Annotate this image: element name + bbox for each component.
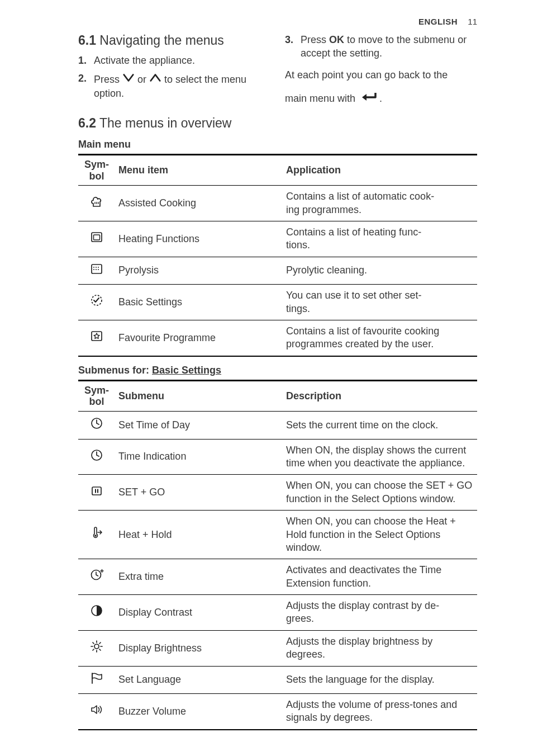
back-note-line1: At each point you can go back to the <box>285 68 477 82</box>
step-1: 1. Activate the appliance. <box>78 54 270 67</box>
step-number: 3. <box>285 33 295 46</box>
menu-item-cell: Favourite Programme <box>115 320 283 356</box>
description-cell: Adjusts the display brightness by degree… <box>283 630 477 666</box>
submenu-cell: Set Language <box>115 666 283 693</box>
step-text: Press OK to move to the submenu or accep… <box>301 33 477 60</box>
symbol-cell <box>78 694 115 730</box>
description-cell: When ON, you can choose the Heat + Hold … <box>283 511 477 559</box>
table-row: Assisted CookingContains a list of autom… <box>78 186 477 221</box>
symbol-cell <box>78 221 115 257</box>
speaker-icon <box>89 708 104 719</box>
submenu-cell: Extra time <box>115 559 283 595</box>
pause-box-icon <box>89 489 104 500</box>
submenu-cell: Buzzer Volume <box>115 694 283 730</box>
thermo-arrow-icon <box>89 531 104 542</box>
check-gear-icon <box>89 299 104 310</box>
table-row: PyrolysisPyrolytic cleaning. <box>78 257 477 284</box>
table-row: Basic SettingsYou can use it to set othe… <box>78 285 477 320</box>
back-note-line2: main menu with . <box>285 89 477 105</box>
step-3: 3. Press OK to move to the submenu or ac… <box>285 33 477 60</box>
table-row: Set LanguageSets the language for the di… <box>78 666 477 693</box>
back-arrow-icon <box>358 89 379 103</box>
table-row: Set Time of DaySets the current time on … <box>78 412 477 439</box>
symbol-cell <box>78 511 115 559</box>
step-number: 1. <box>78 54 88 67</box>
table-row: Display ContrastAdjusts the display cont… <box>78 595 477 631</box>
description-cell: Sets the language for the display. <box>283 666 477 693</box>
page-header: ENGLISH 11 <box>78 17 477 26</box>
application-cell: Contains a list of favourite cooking pro… <box>283 320 477 356</box>
table-row: Display BrightnessAdjusts the display br… <box>78 630 477 666</box>
table-row: Heating FunctionsContains a list of heat… <box>78 221 477 257</box>
menu-item-cell: Basic Settings <box>115 285 283 320</box>
step-number: 2. <box>78 72 88 85</box>
symbol-cell <box>78 257 115 284</box>
col-menu-item: Menu item <box>115 154 283 185</box>
step-text: Press or to select the menu option. <box>94 72 270 100</box>
page-number: 11 <box>468 17 477 26</box>
table-row: Buzzer VolumeAdjusts the volume of press… <box>78 694 477 730</box>
symbol-cell <box>78 186 115 221</box>
col-description: Description <box>283 380 477 411</box>
submenu-table: Sym- bol Submenu Description Set Time of… <box>78 380 477 730</box>
menu-item-cell: Heating Functions <box>115 221 283 257</box>
chevron-down-icon <box>122 72 135 84</box>
symbol-cell <box>78 666 115 693</box>
step-text: Activate the appliance. <box>94 54 270 67</box>
contrast-icon <box>89 609 104 620</box>
brightness-icon <box>89 645 104 656</box>
table-row: Heat + HoldWhen ON, you can choose the H… <box>78 511 477 559</box>
table-row: SET + GOWhen ON, you can choose the SET … <box>78 475 477 511</box>
submenu-cell: SET + GO <box>115 475 283 511</box>
symbol-cell <box>78 439 115 475</box>
grid-box-icon <box>89 267 104 278</box>
description-cell: Activates and deactivates the Time Exten… <box>283 559 477 595</box>
symbol-cell <box>78 559 115 595</box>
section-number: 6.1 <box>78 33 96 48</box>
symbol-cell <box>78 285 115 320</box>
chevron-up-icon <box>149 72 161 84</box>
symbol-cell <box>78 475 115 511</box>
submenu-cell: Display Brightness <box>115 630 283 666</box>
section-6-1-title: 6.1 Navigating the menus <box>78 33 270 48</box>
application-cell: Contains a list of automatic cook- ing p… <box>283 186 477 221</box>
clock-tick-icon <box>89 453 104 465</box>
submenu-cell: Heat + Hold <box>115 511 283 559</box>
section-title-text: The menus in overview <box>96 116 231 130</box>
description-cell: When ON, you can choose the SET + GO fun… <box>283 475 477 511</box>
section-6-2-title: 6.2 The menus in overview <box>78 116 477 131</box>
table-row: Favourite ProgrammeContains a list of fa… <box>78 320 477 356</box>
submenu-cell: Time Indication <box>115 439 283 475</box>
step-2: 2. Press or to select the menu option. <box>78 72 270 100</box>
submenu-cell: Display Contrast <box>115 595 283 631</box>
description-cell: Adjusts the display contrast by de- gree… <box>283 595 477 631</box>
symbol-cell <box>78 412 115 439</box>
section-number: 6.2 <box>78 116 96 130</box>
symbol-cell <box>78 320 115 356</box>
section-title-text: Navigating the menus <box>96 33 224 48</box>
flag-icon <box>89 677 104 688</box>
submenu-cell: Set Time of Day <box>115 412 283 439</box>
chef-hat-icon <box>89 200 104 211</box>
ok-label: OK <box>329 34 344 45</box>
description-cell: Sets the current time on the clock. <box>283 412 477 439</box>
application-cell: You can use it to set other set- tings. <box>283 285 477 320</box>
table-row: Time IndicationWhen ON, the display show… <box>78 439 477 475</box>
star-box-icon <box>89 334 104 346</box>
main-menu-table: Sym- bol Menu item Application Assisted … <box>78 154 477 357</box>
description-cell: Adjusts the volume of press-tones and si… <box>283 694 477 730</box>
clock-tick-icon <box>89 422 104 433</box>
col-submenu: Submenu <box>115 380 283 411</box>
table-row: Extra timeActivates and deactivates the … <box>78 559 477 595</box>
basic-settings-link: Basic Settings <box>152 365 221 376</box>
menu-item-cell: Assisted Cooking <box>115 186 283 221</box>
clock-plus-icon <box>89 573 104 584</box>
symbol-cell <box>78 630 115 666</box>
application-cell: Contains a list of heating func- tions. <box>283 221 477 257</box>
header-lang: ENGLISH <box>418 17 458 26</box>
symbol-cell <box>78 595 115 631</box>
application-cell: Pyrolytic cleaning. <box>283 257 477 284</box>
oven-box-icon <box>89 235 104 247</box>
col-symbol: Sym- bol <box>78 154 115 185</box>
description-cell: When ON, the display shows the current t… <box>283 439 477 475</box>
